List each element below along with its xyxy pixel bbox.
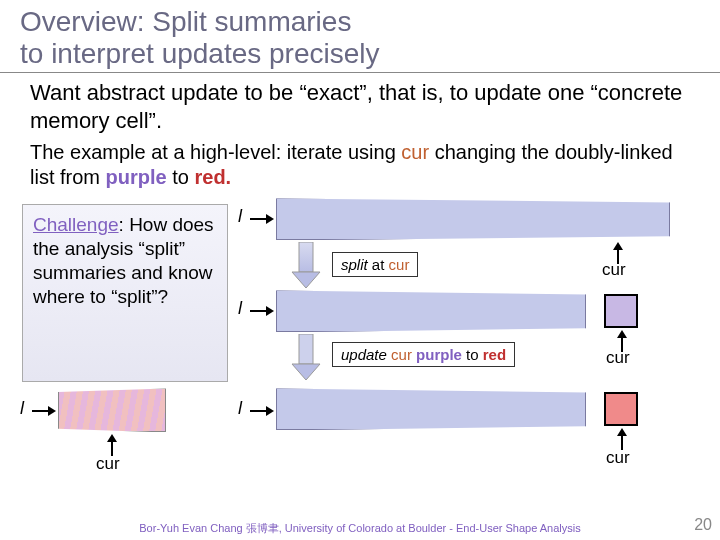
slide-title: Overview: Split summaries to interpret u… [0, 0, 720, 73]
svg-rect-10 [299, 334, 313, 364]
summary-bar-1 [276, 198, 670, 240]
cur-label-4: cur [606, 448, 630, 468]
p2-text-c: to [167, 166, 195, 188]
cur-label-1: cur [602, 260, 626, 280]
hatched-summary [58, 388, 166, 432]
p2-purple: purple [106, 166, 167, 188]
challenge-title: Challenge [33, 214, 119, 235]
split-word: split [341, 256, 368, 273]
footer: Bor-Yuh Evan Chang 張博聿, University of Co… [0, 521, 720, 536]
arrow-right-icon [250, 404, 274, 418]
arrow-right-icon [32, 404, 56, 418]
update-step-box: update cur purple to red [332, 342, 515, 367]
title-line2: to interpret updates precisely [20, 38, 380, 69]
svg-marker-19 [617, 428, 627, 436]
svg-marker-9 [617, 330, 627, 338]
arrow-up-icon [616, 428, 628, 450]
cur-label-2: cur [606, 348, 630, 368]
svg-marker-7 [266, 306, 274, 316]
svg-marker-5 [292, 272, 320, 288]
paragraph-2: The example at a high-level: iterate usi… [0, 140, 720, 198]
l-label-3: l [20, 398, 24, 419]
arrow-right-icon [250, 304, 274, 318]
svg-marker-15 [107, 434, 117, 442]
arrow-right-icon [250, 212, 274, 226]
arrow-up-icon [106, 434, 118, 456]
update-to: to [462, 346, 483, 363]
node-purple [604, 294, 638, 328]
update-red: red [483, 346, 506, 363]
page-number: 20 [694, 516, 712, 534]
svg-marker-1 [266, 214, 274, 224]
l-label-1: l [238, 206, 242, 227]
svg-marker-3 [613, 242, 623, 250]
split-cur: cur [389, 256, 410, 273]
node-red [604, 392, 638, 426]
svg-marker-13 [48, 406, 56, 416]
p2-cur: cur [401, 141, 429, 163]
l-label-4: l [238, 398, 242, 419]
svg-rect-4 [299, 242, 313, 272]
update-purple: purple [416, 346, 462, 363]
paragraph-1: Want abstract update to be “exact”, that… [0, 79, 720, 140]
summary-bar-3 [276, 388, 586, 430]
p2-red: red. [194, 166, 231, 188]
p1-text: Want abstract update to be “exact”, that… [30, 80, 682, 133]
update-word: update [341, 346, 387, 363]
cur-label-3: cur [96, 454, 120, 474]
arrow-down-icon [290, 334, 322, 384]
l-label-2: l [238, 298, 242, 319]
title-line1: Overview: Split summaries [20, 6, 351, 37]
split-at: at [368, 256, 389, 273]
challenge-box: Challenge: How does the analysis “split”… [22, 204, 228, 382]
diagram-stage: Challenge: How does the analysis “split”… [0, 198, 720, 508]
svg-marker-17 [266, 406, 274, 416]
arrow-down-icon [290, 242, 322, 292]
summary-bar-2 [276, 290, 586, 332]
split-step-box: split at cur [332, 252, 418, 277]
p2-text-a: The example at a high-level: iterate usi… [30, 141, 401, 163]
update-cur: cur [391, 346, 412, 363]
svg-marker-11 [292, 364, 320, 380]
